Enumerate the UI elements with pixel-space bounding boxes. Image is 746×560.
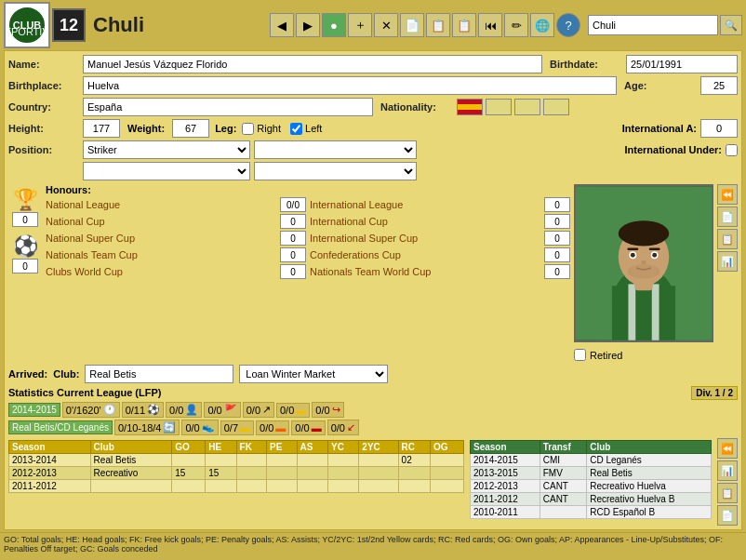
- rtb-btn2[interactable]: 📄: [717, 207, 738, 227]
- national-cup-label[interactable]: National Cup: [46, 216, 276, 227]
- goal-icon1: ⚽: [147, 404, 160, 416]
- first-btn[interactable]: ⏮: [478, 13, 502, 37]
- position4-select[interactable]: [254, 162, 417, 180]
- player-name: Chuli: [87, 13, 180, 37]
- search-btn[interactable]: 🔍: [720, 15, 742, 35]
- birthdate-input[interactable]: [626, 55, 738, 73]
- table-row: 2011-2012: [9, 480, 464, 493]
- right-leg-checkbox[interactable]: [242, 123, 254, 135]
- rtb-btn1[interactable]: ⏪: [717, 184, 738, 205]
- position-select[interactable]: Striker: [83, 140, 250, 159]
- th-yc: YC: [327, 441, 358, 454]
- player-icon1: 👤: [185, 404, 198, 416]
- honour-national-cup: National Cup 0: [46, 214, 306, 229]
- globe-btn[interactable]: 🌐: [530, 13, 554, 37]
- rtb-btn4[interactable]: 📊: [717, 251, 738, 272]
- birthdate-label: Birthdate:: [542, 59, 626, 70]
- svg-point-13: [631, 253, 635, 258]
- position-label: Position:: [8, 144, 83, 155]
- rtb-btn3[interactable]: 📋: [717, 229, 738, 249]
- honours-cols: Honours: National League 0/0 National Cu…: [46, 184, 570, 361]
- stats-row2: Real Betis/CD Leganés 0/10-18/4 🔄 0/0 👟 …: [8, 420, 738, 435]
- stats-s5: 0/0 ▬: [276, 403, 310, 418]
- national-super-cup-label[interactable]: National Super Cup: [46, 233, 276, 244]
- age-label: Age:: [617, 80, 700, 91]
- career-tb1[interactable]: ⏪: [717, 438, 738, 459]
- svg-point-18: [627, 264, 659, 279]
- nav-fwd-btn[interactable]: ▶: [296, 13, 320, 37]
- age-input[interactable]: [700, 76, 738, 95]
- national-cup-val: 0: [280, 214, 306, 229]
- search-input[interactable]: [588, 15, 718, 35]
- national-super-cup-val: 0: [280, 231, 306, 246]
- intl-cup-label[interactable]: International Cup: [310, 216, 540, 227]
- retired-row: Retired: [574, 349, 713, 361]
- nationals-team-cup-label[interactable]: Nationals Team Cup: [46, 249, 276, 260]
- birthplace-input[interactable]: [83, 76, 617, 95]
- career-tb4[interactable]: 📄: [717, 505, 738, 526]
- confed-cup-val: 0: [544, 247, 570, 262]
- intl-super-cup-val: 0: [544, 231, 570, 246]
- close-btn[interactable]: ✕: [374, 13, 398, 37]
- intl-a-label: International A:: [622, 123, 697, 134]
- honour-clubs-world-cup: Clubs World Cup 0: [46, 264, 306, 279]
- intl-a-input[interactable]: [700, 119, 738, 138]
- weight-label: Weight:: [120, 123, 172, 134]
- stats-s4: 0/0 ↗: [243, 402, 274, 418]
- country-input[interactable]: [83, 98, 373, 116]
- list-btn[interactable]: 📋: [426, 13, 450, 37]
- add-btn[interactable]: ＋: [348, 13, 372, 37]
- flag-empty2: [514, 99, 540, 115]
- flag-empty3: [543, 99, 569, 115]
- stats-r2-2: 0/7 ▬: [220, 420, 254, 435]
- right-leg-item[interactable]: Right: [242, 123, 281, 135]
- intl-super-cup-label[interactable]: International Super Cup: [310, 233, 540, 244]
- arrow-icon1: ↗: [262, 404, 271, 416]
- honours-title: Honours:: [46, 184, 570, 195]
- name-input[interactable]: [83, 55, 542, 73]
- market-select[interactable]: Loan Winter Market: [239, 365, 388, 383]
- bottom-note: GO: Total goals; HE: Head goals; FK: Fre…: [0, 532, 746, 555]
- help-btn[interactable]: ?: [556, 13, 580, 37]
- height-input[interactable]: [83, 119, 120, 138]
- intl-league-val: 0: [544, 197, 570, 212]
- intl-league-label[interactable]: International League: [310, 199, 540, 210]
- country-row: Country: Nationality:: [8, 98, 738, 116]
- nationals-world-cup-label[interactable]: Nationals Team World Cup: [310, 266, 540, 277]
- red-card-icon: ▬: [312, 422, 322, 433]
- list-item: 2013-2015FMVReal Betis: [471, 467, 712, 480]
- position3-select[interactable]: [83, 162, 250, 180]
- country-label: Country:: [8, 101, 83, 113]
- position-select2[interactable]: [254, 140, 417, 159]
- list-item: 2014-2015CMICD Leganés: [471, 454, 712, 467]
- main-panel: Name: Birthdate: Birthplace: Age: Countr…: [4, 50, 742, 530]
- stats-r2-4: 0/0 ▬: [291, 420, 325, 435]
- career-tb2[interactable]: 📊: [717, 460, 738, 481]
- left-leg-checkbox[interactable]: [290, 123, 302, 135]
- club-input[interactable]: [85, 365, 233, 383]
- intl-cup-val: 0: [544, 214, 570, 229]
- sub-icon: ↙: [347, 421, 355, 433]
- nav-back-btn[interactable]: ◀: [270, 13, 294, 37]
- career-tb3[interactable]: 📋: [717, 483, 738, 503]
- honours-grid: National League 0/0 National Cup 0 Natio…: [46, 197, 570, 281]
- retired-checkbox[interactable]: [574, 349, 586, 361]
- weight-input[interactable]: [172, 119, 209, 138]
- confed-cup-label[interactable]: Confederations Cup: [310, 249, 540, 260]
- national-league-label[interactable]: National League: [46, 199, 276, 210]
- th-go: GO: [172, 441, 206, 454]
- intl-under-checkbox[interactable]: [726, 144, 738, 156]
- flag-icon1: 🚩: [224, 404, 237, 416]
- clubs-world-cup-label[interactable]: Clubs World Cup: [46, 266, 276, 277]
- edit-btn[interactable]: ✏: [504, 13, 528, 37]
- refresh-btn[interactable]: ●: [322, 13, 346, 37]
- copy-btn[interactable]: 📄: [400, 13, 424, 37]
- left-leg-item[interactable]: Left: [290, 123, 322, 135]
- clubs-world-cup-val: 0: [280, 264, 306, 279]
- stats-r2-3: 0/0 ▬: [256, 420, 289, 435]
- svg-rect-15: [627, 247, 638, 249]
- list2-btn[interactable]: 📋: [452, 13, 476, 37]
- svg-rect-5: [612, 286, 675, 340]
- th-rc: RC: [398, 441, 430, 454]
- clock-icon: 🕐: [103, 404, 116, 416]
